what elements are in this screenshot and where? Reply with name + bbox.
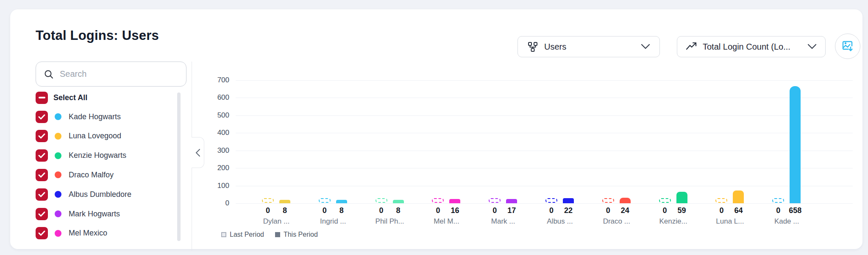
this-period-bar: [393, 200, 404, 203]
this-period-bar: [506, 199, 517, 203]
user-label: Kenzie Hogwarts: [69, 151, 126, 160]
this-period-value-label: 59: [665, 206, 699, 215]
user-filter-row[interactable]: Draco Malfoy: [36, 167, 175, 182]
this-period-value-label: 64: [721, 206, 755, 215]
chart-legend: Last Period This Period: [221, 231, 329, 238]
this-period-bar: [563, 198, 574, 203]
y-axis-tick-label: 0: [192, 199, 229, 207]
page-title: Total Logins: Users: [36, 28, 159, 43]
user-series-color-dot: [55, 191, 61, 198]
gridline: [236, 151, 853, 151]
this-period-bar: [336, 200, 347, 203]
user-checkbox-checked[interactable]: [36, 169, 48, 181]
x-axis-category-label: Dylan ...: [245, 217, 308, 226]
gridline: [236, 115, 853, 116]
last-period-marker: [376, 198, 387, 203]
gridline: [236, 98, 853, 98]
select-all-label: Select All: [53, 93, 87, 102]
this-period-legend-item[interactable]: This Period: [284, 231, 318, 238]
dimension-dropdown[interactable]: Users: [517, 36, 660, 57]
chevron-down-icon: [807, 44, 817, 50]
this-period-value-label: 8: [381, 206, 415, 215]
user-checkbox-checked[interactable]: [36, 149, 48, 162]
user-series-color-dot: [55, 230, 61, 237]
user-label: Albus Dumbledore: [69, 190, 131, 199]
y-axis-tick-label: 400: [192, 129, 229, 137]
y-axis-tick-label: 700: [192, 76, 229, 84]
y-axis-tick-label: 600: [192, 93, 229, 102]
x-axis-category-label: Albus ...: [528, 217, 592, 226]
last-period-marker: [489, 198, 501, 203]
this-period-bar: [279, 200, 290, 203]
search-icon: [44, 69, 54, 79]
last-period-marker: [262, 198, 274, 203]
user-series-color-dot: [55, 133, 61, 140]
widget-card: Total Logins: Users Users Total Login Co…: [10, 9, 862, 249]
user-checkbox-checked[interactable]: [36, 227, 48, 239]
this-period-value-label: 8: [268, 206, 302, 215]
select-all-checkbox-indeterminate[interactable]: [36, 92, 48, 104]
user-filter-row[interactable]: Kenzie Hogwarts: [36, 148, 175, 163]
last-period-legend-item[interactable]: Last Period: [230, 231, 264, 238]
this-period-value-label: 22: [551, 206, 585, 215]
this-period-bar: [676, 192, 687, 203]
last-period-marker: [432, 198, 444, 203]
this-period-value-label: 8: [325, 206, 359, 215]
user-label: Mel Mexico: [69, 229, 107, 238]
last-period-marker: [772, 198, 784, 203]
user-series-color-dot: [55, 113, 61, 120]
user-checkbox-checked[interactable]: [36, 130, 48, 142]
user-series-color-dot: [55, 171, 61, 178]
x-axis-category-label: Kade ...: [755, 217, 818, 226]
hierarchy-icon: [527, 41, 538, 52]
last-period-marker: [602, 198, 614, 203]
last-period-marker: [545, 198, 557, 203]
user-filter-row[interactable]: Kade Hogwarts: [36, 109, 175, 124]
last-period-swatch: [221, 232, 226, 237]
export-image-icon: [841, 40, 854, 53]
user-label: Luna Lovegood: [69, 132, 121, 140]
user-series-color-dot: [55, 152, 61, 159]
user-label: Draco Malfoy: [69, 171, 114, 179]
chevron-down-icon: [641, 44, 650, 50]
last-period-marker: [659, 198, 671, 203]
user-checkbox-checked[interactable]: [36, 188, 48, 201]
x-axis-category-label: Ingrid ...: [301, 217, 365, 226]
list-scrollbar[interactable]: [177, 92, 181, 241]
y-axis-tick-label: 100: [192, 182, 229, 190]
gridline: [236, 133, 853, 133]
gridline: [236, 80, 853, 81]
this-period-value-label: 24: [608, 206, 642, 215]
this-period-bar: [790, 86, 801, 203]
this-period-swatch: [275, 232, 280, 237]
this-period-value-label: 17: [495, 206, 529, 215]
trend-up-icon: [686, 42, 697, 51]
x-axis-category-label: Kenzie...: [642, 217, 705, 226]
select-all-row[interactable]: Select All: [36, 90, 175, 105]
user-filter-row[interactable]: Mel Mexico: [36, 226, 175, 241]
this-period-value-label: 16: [438, 206, 472, 215]
this-period-bar: [449, 199, 460, 203]
metric-dropdown[interactable]: Total Login Count (Lo...: [677, 36, 826, 57]
user-label: Mark Hogwarts: [69, 210, 120, 219]
user-filter-row[interactable]: Mark Hogwarts: [36, 206, 175, 221]
gridline: [236, 203, 853, 204]
y-axis-tick-label: 300: [192, 146, 229, 155]
this-period-bar: [620, 198, 631, 203]
x-axis-category-label: Mark ...: [471, 217, 535, 226]
export-chart-button[interactable]: [835, 34, 860, 59]
gridline: [236, 168, 853, 168]
x-axis-category-label: Luna L...: [698, 217, 762, 226]
user-label: Kade Hogwarts: [69, 112, 121, 121]
user-checkbox-checked[interactable]: [36, 208, 48, 220]
user-filter-row[interactable]: Albus Dumbledore: [36, 187, 175, 202]
this-period-bar: [733, 191, 744, 203]
user-checkbox-checked[interactable]: [36, 111, 48, 123]
user-filter-row[interactable]: Luna Lovegood: [36, 129, 175, 144]
search-input[interactable]: [59, 69, 167, 79]
last-period-marker: [715, 198, 727, 203]
x-axis-category-label: Phil Ph...: [358, 217, 422, 226]
y-axis-tick-label: 500: [192, 111, 229, 120]
y-axis-tick-label: 200: [192, 164, 229, 172]
x-axis-category-label: Draco ...: [585, 217, 648, 226]
